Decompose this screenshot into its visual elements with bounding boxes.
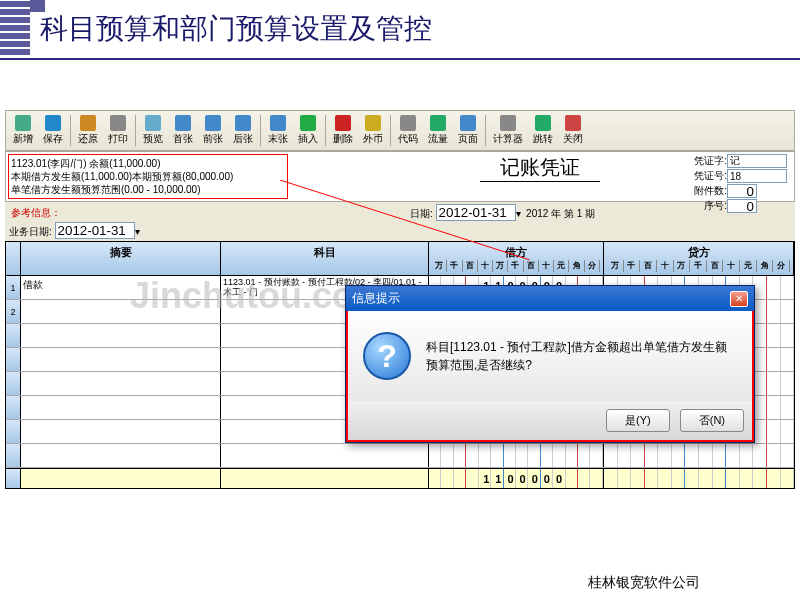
toolbar-后张[interactable]: 后张 — [228, 113, 258, 148]
vtype-input[interactable] — [727, 154, 787, 168]
col-summary: 摘要 — [21, 242, 221, 275]
voucher-meta: 凭证字: 凭证号: 附件数: 序号: — [687, 154, 787, 214]
toolbar-末张[interactable]: 末张 — [263, 113, 293, 148]
toolbar-流量[interactable]: 流量 — [423, 113, 453, 148]
info-area: 1123.01(李四/门) 余额(11,000.00) 本期借方发生额(11,0… — [5, 151, 795, 202]
dialog-titlebar[interactable]: 信息提示 ✕ — [346, 286, 754, 311]
seq-label: 序号: — [687, 199, 727, 213]
attach-label: 附件数: — [687, 184, 727, 198]
vtype-label: 凭证字: — [687, 154, 727, 168]
biz-date-label: 业务日期: — [9, 226, 52, 237]
toolbar-还原[interactable]: 还原 — [73, 113, 103, 148]
debit-label: 借方 — [432, 245, 600, 260]
date-input[interactable] — [436, 204, 516, 221]
question-icon: ? — [363, 332, 411, 380]
col-debit: 借方 万千百十万千百十元角分 — [429, 242, 604, 275]
info-line: 1123.01(李四/门) 余额(11,000.00) — [11, 157, 285, 170]
date-bar: 参考信息： 业务日期: ▾ 日期: ▾ 2012 年 第 1 期 — [5, 202, 795, 241]
slide-header: 科目预算和部门预算设置及管控 — [0, 0, 800, 60]
col-num — [6, 242, 21, 275]
info-line: 单笔借方发生额预算范围(0.00 - 10,000.00) — [11, 183, 285, 196]
toolbar-保存[interactable]: 保存 — [38, 113, 68, 148]
col-account: 科目 — [221, 242, 429, 275]
document-title: 记账凭证 — [480, 154, 600, 182]
toolbar-删除[interactable]: 删除 — [328, 113, 358, 148]
seq-input[interactable] — [727, 199, 757, 213]
table-row[interactable] — [6, 444, 794, 468]
toolbar-前张[interactable]: 前张 — [198, 113, 228, 148]
toolbar: 新增保存还原打印预览首张前张后张末张插入删除外币代码流量页面计算器跳转关闭 — [5, 110, 795, 151]
toolbar-预览[interactable]: 预览 — [138, 113, 168, 148]
biz-date-input[interactable] — [55, 222, 135, 239]
message-dialog: 信息提示 ✕ ? 科目[1123.01 - 预付工程款]借方金额超出单笔借方发生… — [345, 285, 755, 443]
credit-label: 贷方 — [607, 245, 790, 260]
vno-input[interactable] — [727, 169, 787, 183]
no-button[interactable]: 否(N) — [680, 409, 744, 432]
dialog-body: ? 科目[1123.01 - 预付工程款]借方金额超出单笔借方发生额预算范围,是… — [346, 311, 754, 401]
dialog-message: 科目[1123.01 - 预付工程款]借方金额超出单笔借方发生额预算范围,是否继… — [426, 338, 737, 374]
toolbar-首张[interactable]: 首张 — [168, 113, 198, 148]
toolbar-页面[interactable]: 页面 — [453, 113, 483, 148]
dialog-title: 信息提示 — [352, 290, 400, 307]
toolbar-外币[interactable]: 外币 — [358, 113, 388, 148]
document-header: 记账凭证 凭证字: 凭证号: 附件数: 序号: — [288, 154, 792, 199]
toolbar-新增[interactable]: 新增 — [8, 113, 38, 148]
toolbar-关闭[interactable]: 关闭 — [558, 113, 588, 148]
toolbar-插入[interactable]: 插入 — [293, 113, 323, 148]
info-line: 本期借方发生额(11,000.00)本期预算额(80,000.00) — [11, 170, 285, 183]
grid-header: 摘要 科目 借方 万千百十万千百十元角分 贷方 万千百十万千百十元角分 — [6, 242, 794, 276]
toolbar-跳转[interactable]: 跳转 — [528, 113, 558, 148]
close-icon[interactable]: ✕ — [730, 291, 748, 307]
yes-button[interactable]: 是(Y) — [606, 409, 670, 432]
col-credit: 贷方 万千百十万千百十元角分 — [604, 242, 794, 275]
total-row: 1100000 — [6, 468, 794, 488]
toolbar-代码[interactable]: 代码 — [393, 113, 423, 148]
footer-company: 桂林银宽软件公司 — [588, 574, 700, 592]
total-debit: 1100000 — [483, 473, 568, 485]
period-text: 2012 年 第 1 期 — [526, 208, 595, 219]
dialog-footer: 是(Y) 否(N) — [346, 401, 754, 442]
toolbar-打印[interactable]: 打印 — [103, 113, 133, 148]
toolbar-计算器[interactable]: 计算器 — [488, 113, 528, 148]
slide-title: 科目预算和部门预算设置及管控 — [40, 10, 432, 48]
date-label: 日期: — [410, 208, 433, 219]
ref-label: 参考信息： — [11, 206, 61, 220]
vno-label: 凭证号: — [687, 169, 727, 183]
attach-input[interactable] — [727, 184, 757, 198]
budget-info-box: 1123.01(李四/门) 余额(11,000.00) 本期借方发生额(11,0… — [8, 154, 288, 199]
header-decoration — [0, 0, 30, 55]
